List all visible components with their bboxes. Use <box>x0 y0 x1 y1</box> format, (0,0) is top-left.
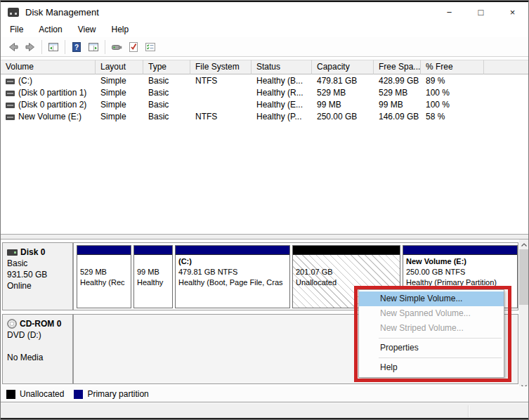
toolbar-separator <box>105 40 105 54</box>
menu-file[interactable]: File <box>2 22 31 37</box>
volume-name: (C:) <box>18 75 32 87</box>
menu-item-properties[interactable]: Properties <box>359 341 504 355</box>
disk0-type: Basic <box>7 258 72 269</box>
cell-capacity: 250.00 GB <box>312 111 374 123</box>
cell-status: Healthy (B... <box>252 75 312 87</box>
toolbar-separator <box>65 40 65 54</box>
menu-help[interactable]: Help <box>104 22 137 37</box>
partition-title <box>296 256 397 267</box>
volume-table-header: Volume Layout Type File System Status Ca… <box>1 60 529 74</box>
column-header-empty[interactable] <box>484 60 529 74</box>
show-action-pane-icon[interactable] <box>85 39 102 55</box>
cell-status: Healthy (P... <box>252 111 312 123</box>
volume-icon <box>6 79 15 84</box>
maximize-button[interactable]: □ <box>465 2 497 22</box>
legend-unallocated-label: Unallocated <box>20 389 64 399</box>
cell-file-system: NTFS <box>190 75 252 87</box>
title-bar[interactable]: Disk Management − □ × <box>1 2 528 22</box>
partition-color-strip <box>176 246 289 255</box>
cell-pct-free: 58 % <box>421 111 484 123</box>
cdrom-header[interactable]: CD-ROM 0 DVD (D:) No Media <box>2 314 73 384</box>
cell-pct-free: 89 % <box>421 75 484 87</box>
volume-icon <box>6 91 15 96</box>
column-header-type[interactable]: Type <box>143 60 190 74</box>
cd-rom-icon <box>7 319 17 329</box>
menu-action[interactable]: Action <box>31 22 70 37</box>
cell-free-space: 428.99 GB <box>374 75 421 87</box>
checklist-icon[interactable] <box>142 39 159 55</box>
partition-status: Healthy (Rec <box>80 277 128 288</box>
table-row[interactable]: New Volume (E:) Simple Basic NTFS Health… <box>1 111 484 123</box>
column-header-pct-free[interactable]: % Free <box>421 60 484 74</box>
back-icon[interactable] <box>5 39 22 55</box>
scrollbar-thumb[interactable] <box>519 249 529 305</box>
partition-status: Healthy (Boot, Page File, Cras <box>178 277 287 288</box>
partition-size: 250.00 GB NTFS <box>406 267 514 277</box>
partition-status: Unallocated <box>296 277 397 288</box>
volume-icon <box>6 103 15 108</box>
disk-icon <box>7 249 18 256</box>
menu-view[interactable]: View <box>70 22 104 37</box>
cdrom-drive-letter: DVD (D:) <box>7 329 72 341</box>
cell-capacity: 99 MB <box>312 99 374 111</box>
pane-splitter[interactable] <box>1 234 528 239</box>
cdrom-name: CD-ROM 0 <box>20 318 61 329</box>
table-row[interactable]: (C:) Simple Basic NTFS Healthy (B... 479… <box>1 75 484 87</box>
close-button[interactable]: × <box>497 2 528 22</box>
volume-icon <box>6 114 15 120</box>
disk0-header[interactable]: Disk 0 Basic 931.50 GB Online <box>2 242 73 310</box>
window-bottom-border <box>1 418 528 419</box>
table-row[interactable]: (Disk 0 partition 2) Simple Basic Health… <box>1 99 484 111</box>
partition-title <box>80 256 128 267</box>
cell-capacity: 529 MB <box>312 87 374 99</box>
cell-file-system <box>190 87 252 99</box>
cell-pct-free: 100 % <box>421 99 484 111</box>
column-header-layout[interactable]: Layout <box>96 60 143 74</box>
cell-pct-free: 100 % <box>421 87 484 99</box>
partition-efi[interactable]: 99 MB Healthy <box>133 245 173 308</box>
forward-icon[interactable] <box>22 39 39 55</box>
cell-status: Healthy (R... <box>252 87 312 99</box>
unallocated-swatch <box>6 390 15 399</box>
cell-layout: Simple <box>96 87 143 99</box>
partition-title: New Volume (E:) <box>406 256 514 267</box>
help-icon[interactable]: ? <box>68 39 85 55</box>
partition-size: 99 MB <box>137 267 169 277</box>
disk0-status: Online <box>7 280 72 291</box>
partition-c-drive[interactable]: (C:) 479.81 GB NTFS Healthy (Boot, Page … <box>175 245 290 308</box>
toolbar: ? <box>1 37 528 57</box>
table-row[interactable]: (Disk 0 partition 1) Simple Basic Health… <box>1 87 484 99</box>
column-header-free-space[interactable]: Free Spa... <box>374 60 421 74</box>
window-controls: − □ × <box>433 2 528 22</box>
menu-item-new-spanned-volume: New Spanned Volume... <box>359 306 504 321</box>
cell-capacity: 479.81 GB <box>312 75 374 87</box>
cell-type: Basic <box>143 87 190 99</box>
column-header-capacity[interactable]: Capacity <box>312 60 374 74</box>
volume-table: (C:) Simple Basic NTFS Healthy (B... 479… <box>1 75 484 123</box>
partition-recovery[interactable]: 529 MB Healthy (Rec <box>77 245 131 308</box>
column-header-volume[interactable]: Volume <box>1 60 96 74</box>
partition-color-strip <box>77 246 131 255</box>
partition-color-strip <box>293 246 400 255</box>
menu-item-new-simple-volume[interactable]: New Simple Volume... <box>359 291 504 306</box>
window-title: Disk Management <box>25 7 99 18</box>
validate-check-icon[interactable] <box>125 39 142 55</box>
column-header-status[interactable]: Status <box>252 60 312 74</box>
minimize-button[interactable]: − <box>433 2 465 22</box>
cell-free-space: 99 MB <box>374 99 421 111</box>
scroll-up-icon[interactable] <box>519 239 529 249</box>
cdrom-media-status: No Media <box>7 352 72 363</box>
cell-type: Basic <box>143 99 190 111</box>
cell-layout: Simple <box>96 99 143 111</box>
disk-management-app-icon <box>8 8 19 17</box>
disk-tool-icon[interactable] <box>108 39 125 55</box>
menu-separator <box>379 338 502 339</box>
cell-file-system <box>190 99 252 111</box>
menu-item-help[interactable]: Help <box>359 360 504 375</box>
cell-status: Healthy (E... <box>252 99 312 111</box>
column-header-file-system[interactable]: File System <box>190 60 252 74</box>
vertical-scrollbar[interactable] <box>519 239 529 391</box>
cell-layout: Simple <box>96 75 143 87</box>
show-console-tree-icon[interactable] <box>45 39 62 55</box>
partition-size: 479.81 GB NTFS <box>178 267 287 277</box>
